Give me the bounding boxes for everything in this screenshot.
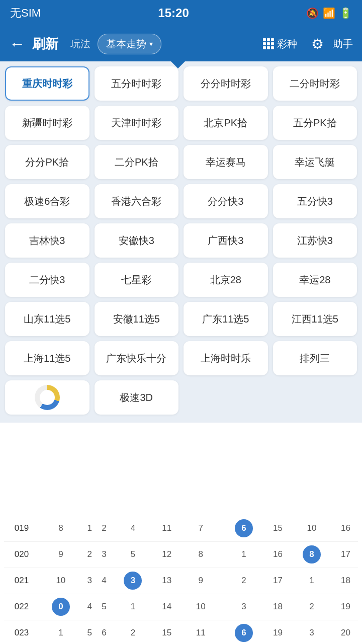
table-cell: 15 [265,515,290,541]
highlighted-cell: 3 [124,572,142,590]
row-id: 020 [4,541,39,568]
table-cell: 8 [39,515,82,541]
lottery-item-label: 二分时时彩 [290,77,340,91]
lottery-item-label: 分分PK拾 [25,155,69,169]
lottery-item-sd11[interactable]: 山东11选5 [5,302,89,336]
lottery-item-label: 山东11选5 [24,312,70,326]
table-cell: 4 [112,515,155,541]
battery-icon: 🔋 [339,7,352,19]
lottery-overlay: 重庆时时彩五分时时彩分分时时彩二分时时彩新疆时时彩天津时时彩北京PK拾五分PK拾… [0,61,362,423]
carrier-label: 无SIM [10,6,41,21]
lottery-item-label: 五分PK拾 [293,116,337,130]
highlighted-cell: 6 [235,519,253,537]
lottery-item-ahk3[interactable]: 安徽快3 [95,223,179,258]
table-cell: 6 [97,620,112,644]
lottery-item-tj[interactable]: 天津时时彩 [95,106,179,140]
lottery-item-plsn[interactable]: 排列三 [273,341,357,375]
lottery-item-label: 上海时时乐 [201,352,251,365]
table-cell: 19 [333,594,358,620]
table-cell: 1 [222,541,265,568]
lottery-item-xysm[interactable]: 幸运赛马 [184,145,268,179]
lottery-item-label: 上海11选5 [24,352,70,365]
dropdown-label: 基本走势 [106,37,146,51]
table-cell: 2 [290,594,333,620]
lottery-item-label: 五分快3 [297,195,333,208]
lottery-item-ffk3[interactable]: 分分快3 [184,184,268,218]
table-cell: 3 [112,568,155,594]
lottery-item-gxk3[interactable]: 广西快3 [184,223,268,258]
lottery-item-5pk[interactable]: 五分PK拾 [273,106,357,140]
table-cell: 1 [39,620,82,644]
lottery-item-ah11[interactable]: 安徽11选5 [95,302,179,336]
table-cell: 8 [179,541,222,568]
lottery-item-fc3d[interactable] [5,380,89,415]
lottery-item-jx11[interactable]: 江西11选5 [273,302,357,336]
table-cell: 10 [39,568,82,594]
chevron-down-icon: ▾ [149,40,153,48]
lottery-item-2min[interactable]: 二分时时彩 [273,66,357,101]
trend-table: 0198124117615101602092351281168170211034… [4,515,358,644]
lottery-item-js6[interactable]: 极速6合彩 [5,184,89,218]
table-row: 02110343139217118 [4,568,358,594]
lottery-item-xj[interactable]: 新疆时时彩 [5,106,89,140]
time-label: 15:20 [158,6,189,20]
table-cell: 20 [333,620,358,644]
table-cell: 16 [265,541,290,568]
table-cell: 2 [222,568,265,594]
lottery-item-label: 分分快3 [208,195,243,208]
refresh-button[interactable]: 刷新 [32,35,58,53]
lottery-item-jsk3[interactable]: 江苏快3 [273,223,357,258]
lottery-item-shsl[interactable]: 上海时时乐 [184,341,268,375]
lottery-item-2k3[interactable]: 二分快3 [5,263,89,297]
lottery-item-xy28[interactable]: 幸运28 [273,263,357,297]
lottery-label: 彩种 [277,37,297,51]
lottery-type-button[interactable]: 彩种 [263,37,297,51]
back-button[interactable]: ← [9,35,25,53]
lottery-item-gd11[interactable]: 广东11选5 [184,302,268,336]
status-bar: 无SIM 15:20 🔕 📶 🔋 [0,0,362,26]
lottery-item-jlk3[interactable]: 吉林快3 [5,223,89,258]
table-cell: 18 [333,568,358,594]
lottery-item-5k3[interactable]: 五分快3 [273,184,357,218]
table-cell: 11 [154,515,179,541]
lottery-item-ff[interactable]: 分分时时彩 [184,66,268,101]
lottery-item-label: 安徽快3 [119,234,154,248]
highlighted-cell: 6 [235,624,253,642]
status-icons: 🔕 📶 🔋 [306,7,352,19]
table-cell: 18 [265,594,290,620]
lottery-item-bj28[interactable]: 北京28 [184,263,268,297]
trend-dropdown[interactable]: 基本走势 ▾ [98,34,161,54]
gear-icon: ⚙ [311,36,324,52]
lottery-item-gdkl[interactable]: 广东快乐十分 [95,341,179,375]
lottery-item-5min[interactable]: 五分时时彩 [95,66,179,101]
lottery-item-ffpk[interactable]: 分分PK拾 [5,145,89,179]
lottery-item-label: 新疆时时彩 [22,116,72,130]
lottery-item-sh11[interactable]: 上海11选5 [5,341,89,375]
lottery-item-label: 广东快乐十分 [106,352,166,365]
lottery-item-qxc[interactable]: 七星彩 [95,263,179,297]
lottery-item-2pk[interactable]: 二分PK拾 [95,145,179,179]
table-cell: 5 [112,541,155,568]
lottery-item-bjpk[interactable]: 北京PK拾 [184,106,268,140]
mute-icon: 🔕 [306,7,319,19]
wifi-icon: 📶 [323,7,335,19]
lottery-item-cq[interactable]: 重庆时时彩 [5,66,89,101]
lottery-grid: 重庆时时彩五分时时彩分分时时彩二分时时彩新疆时时彩天津时时彩北京PK拾五分PK拾… [5,66,357,415]
table-row: 0209235128116817 [4,541,358,568]
grid-icon [263,38,274,49]
lottery-item-hk6[interactable]: 香港六合彩 [95,184,179,218]
table-cell: 5 [97,594,112,620]
lottery-item-js3d[interactable]: 极速3D [95,380,179,415]
table-cell: 17 [333,541,358,568]
play-label: 玩法 [70,37,90,51]
table-row: 02204511410318219 [4,594,358,620]
lottery-item-label: 北京28 [210,273,241,287]
table-cell: 14 [154,594,179,620]
lottery-item-label: 香港六合彩 [111,195,161,208]
row-id: 023 [4,620,39,644]
table-cell: 15 [154,620,179,644]
lottery-item-xyfj[interactable]: 幸运飞艇 [273,145,357,179]
table-cell: 3 [222,594,265,620]
row-id: 019 [4,515,39,541]
table-cell: 1 [290,568,333,594]
